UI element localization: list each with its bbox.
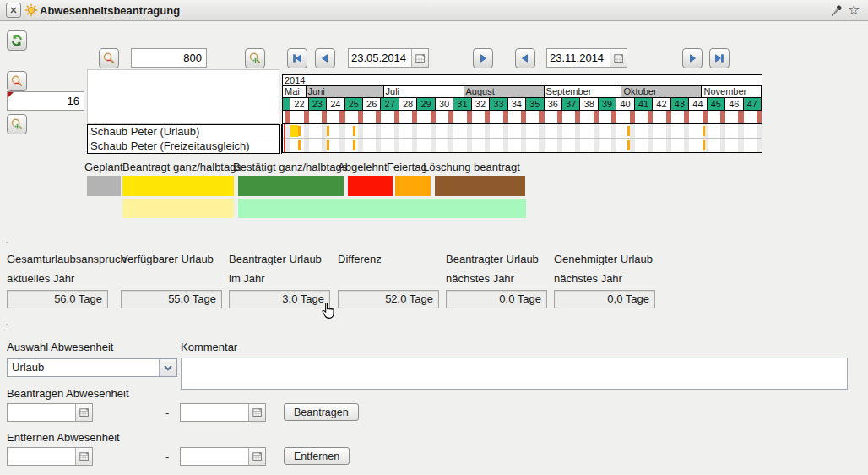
entfernen-to-calendar-button[interactable] xyxy=(248,448,265,465)
beantragen-from-field[interactable] xyxy=(7,403,93,422)
holiday-mark xyxy=(627,126,630,136)
weekend-shade xyxy=(521,139,526,152)
entfernen-from-field[interactable] xyxy=(7,447,93,466)
date-from-next-button[interactable] xyxy=(473,48,493,68)
summary-value-field: 3,0 Tage xyxy=(229,290,330,308)
timeline-row-label[interactable]: Schaub Peter (Freizeitausgleich) xyxy=(88,139,279,153)
timeline-row-label[interactable]: Schaub Peter (Urlaub) xyxy=(88,125,279,139)
row-zoom-in-button[interactable] xyxy=(7,114,27,134)
kommentar-textarea[interactable] xyxy=(181,358,848,390)
timeline-table: 2014 MaiJuniJuliAugustSeptemberOktoberNo… xyxy=(282,74,762,153)
week-cell xyxy=(283,98,290,110)
week-cell: 31 xyxy=(453,98,471,110)
timeline-weekend-strip xyxy=(283,111,762,124)
entfernen-button[interactable]: Entfernen xyxy=(284,447,350,465)
weekend-shade xyxy=(648,139,653,152)
date-to-next-button[interactable] xyxy=(682,48,703,68)
vacation-block[interactable] xyxy=(290,125,298,137)
weekend-bar xyxy=(666,111,671,123)
arrow-right-icon xyxy=(478,53,488,63)
timeline-data-row xyxy=(283,124,762,138)
star-favorite-icon[interactable]: ☆ xyxy=(848,1,860,19)
window-title: Abwesenheitsbeantragung xyxy=(40,4,180,17)
beantragen-to-field[interactable] xyxy=(180,403,266,422)
weekend-shade xyxy=(394,139,399,152)
holiday-mark xyxy=(327,126,329,136)
summary-value-field: 0,0 Tage xyxy=(446,290,547,308)
goto-first-button[interactable] xyxy=(287,48,307,68)
summary-label: aktuelles Jahr xyxy=(7,272,74,285)
date-to-prev-button[interactable] xyxy=(515,48,535,68)
beantragen-button[interactable]: Beantragen xyxy=(284,403,359,421)
entfernen-from-calendar-button[interactable] xyxy=(75,448,92,465)
goto-last-button[interactable] xyxy=(709,48,730,68)
weekend-shade xyxy=(431,124,436,138)
titlebar: Abwesenheitsbeantragung ☆ xyxy=(0,0,868,21)
chart-width-input[interactable] xyxy=(131,48,207,68)
weekend-bar xyxy=(304,111,309,123)
date-to-field[interactable] xyxy=(546,48,627,68)
legend-label: Abgelehnt xyxy=(338,161,388,173)
week-cell: 39 xyxy=(599,98,616,110)
date-from-field[interactable] xyxy=(348,48,429,68)
summary-label: Differenz xyxy=(338,253,382,265)
today-marker xyxy=(284,124,285,152)
weekend-bar xyxy=(594,111,599,123)
summary-label: nächstes Jahr xyxy=(446,272,514,285)
week-cell: 32 xyxy=(472,98,490,110)
summary-label: im Jahr xyxy=(229,272,265,285)
range-separator: - xyxy=(165,407,169,419)
row-height-input[interactable] xyxy=(7,91,84,111)
date-to-input[interactable] xyxy=(547,49,610,67)
weekend-shade xyxy=(720,124,725,138)
week-cell: 29 xyxy=(417,98,435,110)
entfernen-to-field[interactable] xyxy=(180,447,266,466)
week-cell: 41 xyxy=(635,98,653,110)
dropdown-button[interactable] xyxy=(159,359,176,376)
weekend-bar xyxy=(339,111,344,123)
holiday-mark xyxy=(327,140,329,150)
calendar-icon xyxy=(252,407,263,418)
refresh-button[interactable] xyxy=(7,30,27,51)
chart-zoom-in-button[interactable] xyxy=(245,48,265,68)
absence-type-dropdown[interactable]: Urlaub xyxy=(7,358,177,377)
close-button[interactable] xyxy=(6,3,21,18)
beantragen-to-input[interactable] xyxy=(181,404,248,421)
date-from-prev-button[interactable] xyxy=(315,48,335,68)
pin-icon[interactable] xyxy=(829,4,844,18)
legend-label: Bestätigt ganz/halbtags xyxy=(233,161,347,173)
row-zoom-out-button[interactable] xyxy=(7,71,27,91)
weekend-bar xyxy=(575,111,580,123)
date-from-calendar-button[interactable] xyxy=(411,49,428,67)
zoom-in-icon xyxy=(249,52,261,64)
timeline-year: 2014 xyxy=(283,75,762,86)
arrow-right-icon xyxy=(687,53,697,63)
date-to-calendar-button[interactable] xyxy=(610,49,627,67)
weekend-shade xyxy=(630,139,635,152)
legend-label: Löschung beantragt xyxy=(423,161,520,173)
dot: . xyxy=(5,315,8,328)
chart-zoom-out-button[interactable] xyxy=(99,48,119,68)
timeline-rows xyxy=(283,124,762,152)
weekend-bar xyxy=(503,111,508,123)
weekend-shade xyxy=(304,139,309,152)
weekend-shade xyxy=(358,124,363,138)
weekend-shade xyxy=(339,139,344,152)
resource-name-rows: Schaub Peter (Urlaub)Schaub Peter (Freiz… xyxy=(87,124,280,154)
summary-value-field: 56,0 Tage xyxy=(7,290,108,308)
beantragen-from-input[interactable] xyxy=(8,404,75,421)
beantragen-to-calendar-button[interactable] xyxy=(248,404,265,421)
weekend-shade xyxy=(412,139,417,152)
month-cell: September xyxy=(545,86,622,97)
absence-type-value: Urlaub xyxy=(8,359,159,376)
calendar-icon xyxy=(79,451,90,461)
entfernen-from-input[interactable] xyxy=(8,448,75,465)
weekend-shade xyxy=(557,124,562,138)
month-cell: Juni xyxy=(307,86,384,97)
entfernen-to-input[interactable] xyxy=(181,448,248,465)
chevron-down-icon xyxy=(163,363,173,373)
weekend-bar xyxy=(448,111,453,123)
holiday-mark xyxy=(298,126,301,136)
beantragen-from-calendar-button[interactable] xyxy=(75,404,92,421)
date-from-input[interactable] xyxy=(349,49,411,67)
